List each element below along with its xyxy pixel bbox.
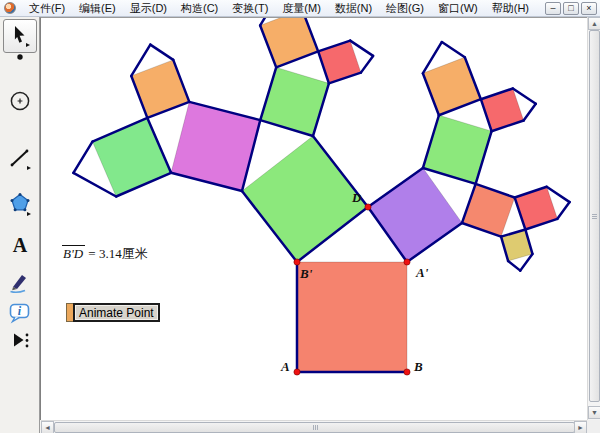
tree-square-LLR[interactable] [131,60,189,118]
segment-name: B'D [62,245,85,262]
menu-item-6[interactable]: 数据(N) [328,0,379,17]
tree-square-LLL[interactable] [92,118,171,197]
action-button-label: Animate Point [73,303,160,322]
point-label-B: B [413,359,423,374]
point-B[interactable] [404,369,410,375]
menu-item-1[interactable]: 编辑(E) [72,0,123,17]
straightedge-tool-icon [7,145,33,171]
sketch-canvas[interactable]: ABB'A'D B'D = 3.14厘米 Animate Point [40,17,587,420]
app-icon [4,2,16,14]
tree-square-RL[interactable] [423,115,492,184]
menu-item-7[interactable]: 绘图(G) [379,0,431,17]
custom-tool[interactable] [6,327,34,355]
pythagoras-tree-drawing: ABB'A'D [41,18,587,420]
polygon-tool-icon [7,191,33,217]
compass-tool[interactable] [6,87,34,115]
tree-square-R[interactable] [368,168,462,262]
menu-item-0[interactable]: 文件(F) [22,0,72,17]
menu-item-3[interactable]: 构造(C) [174,0,225,17]
menu-bar: 文件(F)编辑(E)显示(D)构造(C)变换(T)度量(M)数据(N)绘图(G)… [0,0,600,17]
construction-segment[interactable] [361,56,373,73]
action-button-handle[interactable] [66,303,73,322]
measurement-unit: 厘米 [122,246,148,261]
compass-tool-icon [7,88,33,114]
point-label-A-prime: A' [415,265,429,280]
horizontal-scrollbar[interactable]: ◄ ► [41,420,587,433]
tree-square-LR[interactable] [260,67,329,136]
tree-square-RLL[interactable] [423,57,481,115]
animate-point-button[interactable]: Animate Point [66,303,160,322]
scroll-up-button[interactable]: ▲ [588,17,600,30]
app-window: 文件(F)编辑(E)显示(D)构造(C)变换(T)度量(M)数据(N)绘图(G)… [0,0,600,433]
minimize-button[interactable]: – [545,2,561,15]
information-tool-icon: i [7,300,33,326]
marker-tool[interactable] [6,268,34,296]
menu-item-9[interactable]: 帮助(H) [485,0,536,17]
menu-item-5[interactable]: 度量(M) [275,0,328,17]
custom-tool-icon [7,328,33,354]
straightedge-tool[interactable] [6,144,34,172]
restore-button[interactable]: □ [563,2,579,15]
menu-item-8[interactable]: 窗口(W) [431,0,485,17]
tool-palette: Ai [0,17,40,433]
tree-square-base[interactable] [297,262,407,372]
measurement-value: 3.14 [99,246,122,261]
point-label-B-prime: B' [299,266,313,281]
vertical-scroll-thumb[interactable] [589,30,600,402]
marker-tool-icon [7,269,33,295]
construction-segment[interactable] [557,202,569,219]
scrollbar-corner [587,420,600,433]
tree-square-RRL[interactable] [515,187,558,230]
point-A-prime[interactable] [404,259,410,265]
point-D[interactable] [365,204,371,210]
scroll-down-button[interactable]: ▼ [588,406,600,419]
menu-item-2[interactable]: 显示(D) [123,0,174,17]
point-B-prime[interactable] [294,259,300,265]
text-tool-icon: A [7,232,33,258]
construction-segment[interactable] [150,45,173,60]
point-tool[interactable] [6,43,34,71]
construction-segment[interactable] [442,42,465,57]
construction-segment[interactable] [524,104,536,121]
close-button[interactable]: × [581,2,597,15]
menu-items: 文件(F)编辑(E)显示(D)构造(C)变换(T)度量(M)数据(N)绘图(G)… [22,0,536,17]
vertical-scrollbar[interactable]: ▲ ▼ [587,17,600,420]
menu-item-4[interactable]: 变换(T) [225,0,275,17]
horizontal-scroll-thumb[interactable] [54,422,575,433]
tree-square-LL[interactable] [171,102,260,191]
window-controls: –□× [545,2,600,15]
construction-segment[interactable] [73,142,92,173]
tree-square-L[interactable] [242,136,368,262]
point-label-A: A [280,359,290,374]
information-tool[interactable]: i [6,299,34,327]
point-label-D: D [351,190,362,205]
tree-square-RR[interactable] [462,184,515,237]
equals-sign: = [88,246,99,261]
measurement-text[interactable]: B'D = 3.14厘米 [62,245,148,263]
point-tool-icon [7,44,33,70]
construction-segment[interactable] [508,261,520,271]
scroll-right-button[interactable]: ► [574,421,587,433]
point-A[interactable] [294,369,300,375]
svg-text:A: A [13,234,28,256]
tree-square-LRR[interactable] [318,41,361,84]
polygon-tool[interactable] [6,190,34,218]
tree-square-RLR[interactable] [481,88,524,131]
scroll-left-button[interactable]: ◄ [41,421,54,433]
text-tool[interactable]: A [6,231,34,259]
